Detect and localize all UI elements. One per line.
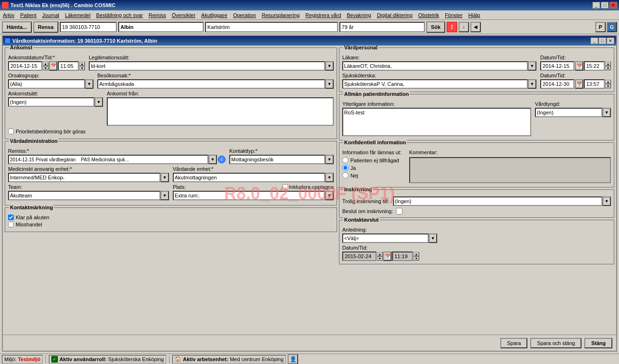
lastname-input[interactable] [205,22,338,32]
team-dropdown-btn[interactable]: ▼ [160,191,169,200]
menu-obstetrik[interactable]: Obstetrik [415,11,442,19]
remiss-dropdown-btn[interactable]: ▼ [208,155,217,164]
pnr-input[interactable] [60,22,117,32]
remiss-info-button[interactable]: i [218,156,225,163]
remiss-input[interactable] [8,155,208,164]
medicinskt-input[interactable] [8,173,160,182]
orsaksgrupp-dropdown-btn[interactable]: ▼ [85,79,94,89]
menu-hjalp[interactable]: Hjälp [465,11,483,19]
avslut-date-spinner[interactable]: ▲ ▼ [377,252,383,261]
menu-bestallning[interactable]: Beställning och svar [94,11,146,19]
menu-remiss[interactable]: Remiss [146,11,169,19]
menu-lakemedel[interactable]: Läkemedel [62,11,94,19]
lakare-input[interactable] [342,61,528,71]
ankomstfran-textarea[interactable] [107,97,334,126]
avslut-time-input[interactable] [392,252,413,261]
down-arrow-button[interactable]: ↓ [459,22,469,32]
lakare-time-input[interactable] [584,61,605,71]
person-icon-button[interactable]: 👤 [288,354,298,364]
miljo-label: Miljö: [4,356,17,362]
spara-button[interactable]: Spara [500,338,527,348]
age-input[interactable] [339,22,425,32]
team-input[interactable] [8,191,160,200]
inkludera-checkbox[interactable] [282,184,288,190]
back-button[interactable]: ◀ [470,22,481,32]
warning-icon[interactable]: ! [447,22,457,32]
menu-bevakning[interactable]: Bevakning [344,11,374,19]
ankomst-group: Ankomst Ankomstdatum/Tid:* ▲ ▼ 📅 [5,47,337,139]
radio-ja[interactable] [342,165,348,171]
ankomstsatt-dropdown-btn[interactable]: ▼ [94,97,103,107]
lakare-dropdown-btn[interactable]: ▼ [528,61,536,71]
sjukskoterska-time-spinner[interactable]: ▲ ▼ [605,80,611,88]
sok-button[interactable]: Sök [426,21,445,33]
legitimation-dropdown-btn[interactable]: ▼ [325,61,334,71]
g-button[interactable]: G [607,22,617,32]
menu-akutliggare[interactable]: Akutliggare [198,11,230,19]
vardtyngd-input[interactable] [535,108,602,117]
avslut-date-input[interactable] [342,252,376,261]
menu-arkiv[interactable]: Arkiv [0,11,17,19]
sub-minimize-button[interactable]: _ [591,37,598,44]
sub-maximize-button[interactable]: □ [599,37,606,44]
orsaksgrupp-input[interactable] [8,79,85,89]
misshandel-checkbox[interactable] [8,222,14,227]
beslut-checkbox[interactable] [396,208,403,215]
sjukskoterska-time-input[interactable] [584,79,605,89]
sjukskoterska-date-picker[interactable]: 📅 [575,79,583,89]
plats-input[interactable] [173,191,325,200]
menu-journal[interactable]: Journal [39,11,62,19]
date-picker-button[interactable]: 📅 [49,61,57,71]
prioritet-checkbox[interactable] [8,129,14,134]
menu-fonster[interactable]: Fönster [442,11,465,19]
kontakttyp-input[interactable] [229,155,325,164]
menu-diktering[interactable]: Digital diktering [374,11,415,19]
vardtyngd-dropdown-btn[interactable]: ▼ [602,108,611,117]
hamta-button[interactable]: Hämta... [2,21,32,33]
rensa-button[interactable]: Rensa [33,21,58,33]
stang-button[interactable]: Stäng [584,338,612,348]
time-spinner[interactable]: ▲ ▼ [79,62,85,70]
ytterligare-textarea[interactable]: RoS-test [342,108,531,136]
menu-operation[interactable]: Operation [230,11,259,19]
menu-registrera[interactable]: Registrera vård [302,11,344,19]
avslut-date-picker[interactable]: 📅 [383,252,392,261]
ankomst-date-input[interactable] [8,61,42,71]
anledning-dropdown-btn[interactable]: ▼ [429,233,437,243]
vardande-input[interactable] [173,173,325,182]
sjukskoterska-input[interactable] [342,79,528,89]
besoksorsak-dropdown-btn[interactable]: ▼ [325,79,334,89]
legitimation-input[interactable] [89,61,325,71]
menu-patient[interactable]: Patient [17,11,39,19]
vardande-dropdown-btn[interactable]: ▼ [325,173,334,182]
anledning-input[interactable] [342,233,429,243]
spara-stang-button[interactable]: Spara och stäng [530,338,581,348]
menu-resursplanering[interactable]: Resursplanering [259,11,302,19]
avslut-time-spinner[interactable]: ▲ ▼ [413,252,419,261]
maximize-button[interactable]: □ [601,2,609,9]
lakare-date-input[interactable] [540,61,574,71]
firstname-input[interactable] [118,22,204,32]
minimize-button[interactable]: _ [592,2,600,9]
besoksorsak-input[interactable] [97,79,325,89]
klar-checkbox[interactable] [8,215,14,220]
menu-oversikter[interactable]: Översikter [169,11,198,19]
radio-ej-tillfragad[interactable] [342,157,348,163]
ankomstsatt-input[interactable] [8,97,94,107]
medicinskt-dropdown-btn[interactable]: ▼ [160,173,169,182]
ankomst-time-input[interactable] [58,61,79,71]
plats-dropdown-btn[interactable]: ▼ [325,191,334,200]
sjukskoterska-date-input[interactable] [540,79,574,89]
trolig-dropdown-btn[interactable]: ▼ [602,196,611,206]
kommentar-textarea[interactable] [409,157,611,183]
p-button[interactable]: P [595,22,606,32]
trolig-input[interactable] [393,196,602,206]
radio-nej[interactable] [342,172,348,178]
date-spinner[interactable]: ▲ ▼ [43,62,48,70]
sub-close-button[interactable]: ✕ [607,37,614,44]
lakare-date-picker[interactable]: 📅 [575,61,583,71]
sjukskoterska-dropdown-btn[interactable]: ▼ [528,79,536,89]
lakare-time-spinner[interactable]: ▲ ▼ [605,62,611,70]
kontakttyp-dropdown-btn[interactable]: ▼ [325,155,334,164]
close-button[interactable]: ✕ [610,2,617,9]
